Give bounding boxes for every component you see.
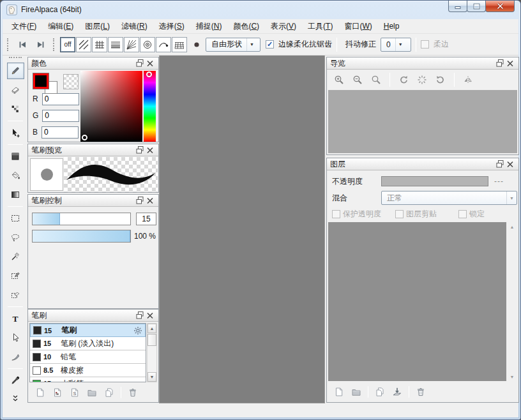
scroll-up-icon[interactable]: ▲	[507, 222, 517, 231]
hue-bar[interactable]	[144, 71, 156, 142]
snap-vanishing-button[interactable]	[124, 37, 139, 52]
clipping-option[interactable]: 图层剪贴	[395, 209, 437, 220]
brush-list-scrollbar[interactable]: ▲ ▼	[147, 323, 157, 382]
lasso-tool[interactable]	[7, 229, 24, 246]
lock-option[interactable]: 锁定	[458, 209, 485, 220]
zoom-actual-button[interactable]	[368, 72, 384, 87]
navigator-header[interactable]: 导览	[327, 57, 518, 70]
close-panel-icon[interactable]	[145, 311, 155, 320]
step-next-button[interactable]	[33, 37, 49, 52]
snap-grid-button[interactable]	[92, 37, 107, 52]
soft-edge-checkbox[interactable]	[421, 40, 429, 49]
menu-item-layer[interactable]: 图层(L)	[79, 19, 116, 34]
select-rect-tool[interactable]	[7, 210, 24, 227]
select-eraser-tool[interactable]	[7, 287, 24, 303]
brush-preview-header[interactable]: 笔刷预览	[28, 144, 158, 156]
brush-row[interactable]: 15笔刷	[30, 324, 146, 337]
select-pen-tool[interactable]	[7, 267, 24, 284]
protect-alpha-option[interactable]: 保护透明度	[332, 209, 381, 220]
saturation-value-picker[interactable]	[80, 71, 142, 142]
duplicate-button[interactable]	[103, 386, 116, 399]
flip-horizontal-button[interactable]	[460, 72, 476, 87]
clipping-checkbox[interactable]	[395, 210, 404, 218]
layer-panel-header[interactable]: 图层	[327, 158, 518, 170]
red-input[interactable]	[42, 93, 79, 105]
float-panel-icon[interactable]	[495, 59, 505, 68]
pen-tool[interactable]	[7, 63, 24, 79]
menu-item-edit[interactable]: 编辑(E)	[42, 19, 79, 34]
bucket-tool[interactable]	[7, 167, 24, 184]
snap-parallel-button[interactable]	[76, 37, 91, 52]
title-bar[interactable]: FireAlpaca (64bit)	[1, 1, 520, 19]
trash-button[interactable]	[414, 386, 427, 398]
brush-settings-gear-icon[interactable]	[133, 326, 143, 336]
snap-off-button[interactable]: off	[60, 37, 75, 52]
color-panel-header[interactable]: 颜色	[28, 57, 158, 70]
menu-item-snap[interactable]: 捕捉(N)	[190, 19, 228, 34]
sv-picker-marker[interactable]	[82, 135, 87, 140]
float-panel-icon[interactable]	[135, 146, 145, 155]
new-script-button[interactable]: S	[68, 386, 81, 399]
rotate-ccw-button[interactable]	[396, 72, 411, 87]
merge-down-button[interactable]	[391, 386, 404, 398]
snap-curve-button[interactable]	[156, 37, 171, 52]
rotate-reset-button[interactable]	[414, 72, 430, 87]
close-panel-icon[interactable]	[145, 196, 155, 206]
new-bitmap-button[interactable]	[51, 386, 64, 399]
stabilizer-select[interactable]: 0 ▼	[381, 38, 411, 52]
layer-list-scrollbar[interactable]: ▲ ▼	[507, 222, 517, 381]
gradient-tool[interactable]	[7, 186, 24, 203]
float-panel-icon[interactable]	[135, 196, 145, 206]
snap-horizontal-button[interactable]	[108, 37, 123, 52]
rotate-cw-button[interactable]	[433, 72, 448, 87]
navigator-preview[interactable]	[328, 90, 517, 153]
menu-item-color[interactable]: 颜色(C)	[227, 19, 265, 34]
protect-alpha-checkbox[interactable]	[332, 210, 340, 218]
brush-opacity-slider[interactable]	[32, 230, 131, 243]
scroll-down-icon[interactable]: ▼	[507, 372, 517, 381]
green-input[interactable]	[42, 110, 79, 122]
blue-input[interactable]	[42, 126, 79, 139]
zoom-in-button[interactable]	[331, 72, 347, 87]
folder-button[interactable]	[350, 386, 363, 398]
brush-size-value[interactable]: 15	[136, 213, 156, 225]
step-prev-button[interactable]	[14, 37, 31, 52]
brush-size-slider[interactable]	[32, 213, 131, 225]
text-tool[interactable]: T	[7, 310, 24, 327]
brush-shape-select[interactable]: 自由形状 ▼	[206, 38, 260, 52]
antialias-checkbox[interactable]	[266, 40, 274, 49]
menu-item-tool[interactable]: 工具(T)	[302, 19, 338, 34]
duplicate-button[interactable]	[374, 386, 386, 398]
layer-opacity-slider[interactable]	[381, 176, 488, 186]
menu-item-file[interactable]: 文件(F)	[6, 19, 42, 34]
menu-item-select[interactable]: 选择(S)	[153, 19, 190, 34]
move-tool[interactable]	[7, 124, 24, 141]
toolbar-grip[interactable]	[53, 38, 56, 51]
maximize-button[interactable]	[467, 1, 486, 12]
close-panel-icon[interactable]	[505, 160, 515, 169]
snap-concentric-button[interactable]	[140, 37, 155, 52]
new-page-button[interactable]	[333, 386, 345, 398]
menu-item-view[interactable]: 表示(V)	[265, 19, 302, 34]
eyedropper-tool[interactable]	[7, 372, 24, 389]
snap-perspective-button[interactable]	[172, 37, 187, 52]
new-page-button[interactable]	[34, 386, 47, 399]
layer-list[interactable]	[328, 222, 506, 381]
menu-item-window[interactable]: 窗口(W)	[338, 19, 377, 34]
close-panel-icon[interactable]	[505, 59, 515, 68]
canvas[interactable]	[159, 56, 325, 403]
scroll-up-icon[interactable]: ▲	[147, 324, 156, 333]
brush-control-header[interactable]: 笔刷控制	[28, 195, 158, 207]
trash-button[interactable]	[126, 386, 139, 399]
zoom-out-button[interactable]	[350, 72, 365, 87]
fill-rect-tool[interactable]	[7, 148, 24, 165]
float-panel-icon[interactable]	[495, 160, 505, 169]
close-button[interactable]	[485, 1, 515, 12]
scroll-thumb[interactable]	[147, 334, 156, 346]
magic-wand-tool[interactable]	[7, 248, 24, 265]
tool-column-grip[interactable]	[9, 57, 22, 60]
menu-item-filter[interactable]: 滤镜(R)	[116, 19, 153, 34]
scroll-down-icon[interactable]: ▼	[147, 372, 156, 382]
knife-tool[interactable]	[7, 349, 24, 365]
close-panel-icon[interactable]	[145, 146, 155, 155]
